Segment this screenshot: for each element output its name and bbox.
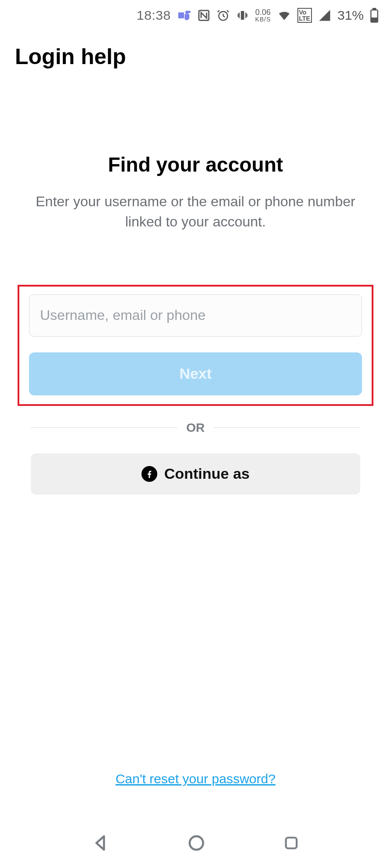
divider-label: OR xyxy=(186,421,205,435)
svg-rect-5 xyxy=(241,11,244,20)
find-account-heading: Find your account xyxy=(18,153,373,176)
highlight-box: Next xyxy=(18,285,373,406)
svg-rect-8 xyxy=(372,18,377,21)
svg-rect-7 xyxy=(373,8,376,10)
facebook-icon xyxy=(141,466,157,482)
or-divider: OR xyxy=(31,421,360,435)
status-time: 18:38 xyxy=(137,8,171,23)
alarm-icon xyxy=(217,9,230,22)
divider-line-left xyxy=(31,427,177,428)
nav-back-button[interactable] xyxy=(91,833,111,855)
find-account-subhead: Enter your username or the email or phon… xyxy=(18,191,373,232)
battery-icon xyxy=(370,8,379,23)
wifi-icon xyxy=(277,8,291,22)
continue-facebook-button[interactable]: Continue as xyxy=(31,453,360,495)
android-nav-bar xyxy=(0,820,391,868)
volte-icon: VoLTE xyxy=(297,8,312,23)
status-bar: 18:38 0.06 KB/S VoLTE 31% xyxy=(0,0,391,31)
username-input[interactable] xyxy=(29,294,362,337)
nav-recent-button[interactable] xyxy=(282,834,300,854)
nav-home-button[interactable] xyxy=(186,833,206,855)
page-title: Login help xyxy=(0,31,391,69)
svg-point-9 xyxy=(190,836,203,850)
cellular-signal-icon xyxy=(318,9,331,22)
divider-line-right xyxy=(214,427,360,428)
vibrate-icon xyxy=(236,9,249,22)
svg-point-1 xyxy=(185,11,188,14)
cant-reset-password-link[interactable]: Can't reset your password? xyxy=(0,771,391,786)
continue-facebook-label: Continue as xyxy=(164,465,250,482)
main-content: Find your account Enter your username or… xyxy=(0,153,391,495)
nfc-icon xyxy=(197,9,210,22)
teams-icon xyxy=(177,8,191,22)
battery-percentage: 31% xyxy=(337,8,364,23)
next-button[interactable]: Next xyxy=(29,352,362,395)
svg-rect-10 xyxy=(286,838,297,849)
network-speed: 0.06 KB/S xyxy=(255,8,271,22)
svg-rect-0 xyxy=(178,12,184,18)
svg-point-2 xyxy=(188,11,190,13)
